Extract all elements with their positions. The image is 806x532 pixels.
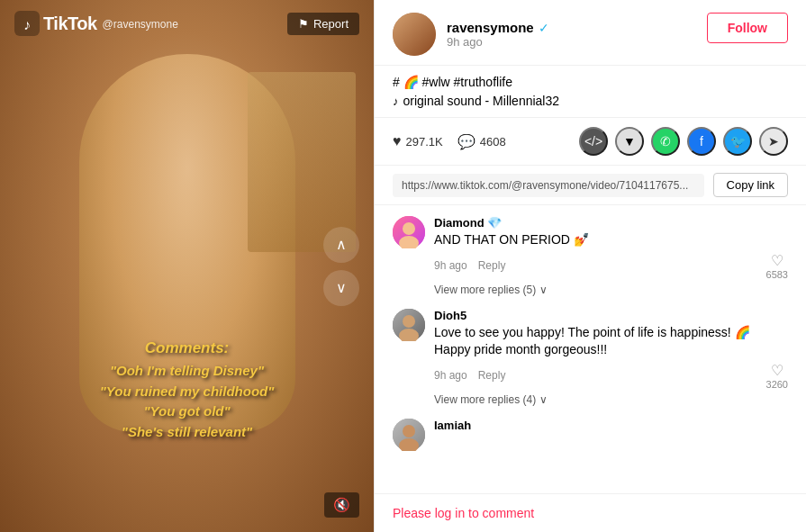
user-header: ravensymone ✓ 9h ago Follow [375, 0, 806, 66]
comment-like-diamond[interactable]: ♡ 6583 [766, 252, 788, 280]
view-replies-diamond[interactable]: View more replies (5) ∨ [434, 284, 548, 296]
svg-point-6 [403, 315, 415, 328]
comment-reply-diamond[interactable]: Reply [478, 259, 506, 272]
comment-meta-dioh5: 9h ago Reply ♡ 3260 [434, 362, 788, 390]
comments-stat: 💬 4608 [457, 133, 506, 150]
comment-body-dioh5: Dioh5 Love to see you happy! The point o… [434, 309, 788, 406]
header-username-container: @ravensymone [103, 16, 178, 31]
comment-stat-icon: 💬 [457, 133, 475, 150]
report-button[interactable]: ⚑ Report [287, 13, 359, 35]
share-link: https://www.tiktok.com/@ravensymone/vide… [393, 174, 704, 197]
embed-share-button[interactable]: </> [579, 127, 608, 156]
comments-section[interactable]: Diamond 💎 AND THAT ON PERIOD 💅 9h ago Re… [375, 205, 806, 493]
comment-body-iamiah: Iamiah [434, 419, 788, 451]
svg-point-9 [403, 425, 415, 437]
facebook-share-button[interactable]: f [687, 127, 716, 156]
login-prompt[interactable]: Please log in to comment [393, 506, 534, 520]
comments-overlay: Comments: "Ooh I'm telling Disney" "You … [18, 339, 356, 442]
iamiah-avatar-image [393, 419, 425, 451]
verified-badge: ✓ [539, 21, 549, 35]
comment-username-iamiah: Iamiah [434, 419, 788, 432]
more-share-button[interactable]: ➤ [759, 127, 788, 156]
copy-link-button[interactable]: Copy link [713, 173, 788, 197]
comment-line-1: "Ooh I'm telling Disney" [18, 361, 356, 382]
like-heart-diamond: ♡ [771, 252, 783, 269]
likes-stat: ♥ 297.1K [393, 133, 443, 149]
whatsapp-share-button[interactable]: ✆ [651, 127, 680, 156]
svg-text:♪: ♪ [23, 17, 31, 32]
tiktok-share-button[interactable]: ▼ [615, 127, 644, 156]
tiktok-icon: ♪ [14, 11, 40, 36]
username-row: ravensymone ✓ [447, 20, 549, 35]
view-replies-diamond-label: View more replies (5) [434, 284, 536, 296]
comment-item: Iamiah [393, 419, 788, 451]
view-replies-dioh5[interactable]: View more replies (4) ∨ [434, 393, 548, 406]
comment-body-diamond: Diamond 💎 AND THAT ON PERIOD 💅 9h ago Re… [434, 216, 788, 296]
user-meta: ravensymone ✓ 9h ago [447, 20, 549, 49]
comment-line-3: "You got old" [18, 401, 356, 422]
dioh5-avatar-image [393, 309, 425, 341]
chevron-down-icon-diamond: ∨ [539, 284, 548, 296]
comment-text-dioh5: Love to see you happy! The point of life… [434, 324, 788, 359]
comments-title: Comments: [18, 339, 356, 357]
right-panel: ravensymone ✓ 9h ago Follow # 🌈 #wlw #tr… [374, 0, 806, 532]
time-ago: 9h ago [447, 35, 549, 49]
username: ravensymone [447, 20, 534, 35]
comment-avatar-diamond [393, 216, 425, 248]
like-count-dioh5: 3260 [766, 379, 788, 390]
comment-time-dioh5: 9h ago [434, 369, 467, 382]
twitter-share-button[interactable]: 🐦 [723, 127, 752, 156]
diamond-avatar-image [393, 216, 425, 248]
tiktok-header: ♪ TikTok @ravensymone [14, 11, 178, 36]
tiktok-name: TikTok [43, 14, 97, 34]
avatar [393, 13, 436, 56]
comment-avatar-dioh5 [393, 309, 425, 341]
like-heart-dioh5: ♡ [771, 362, 783, 379]
comment-reply-dioh5[interactable]: Reply [478, 369, 506, 382]
staircase-decor [248, 72, 356, 252]
comment-username-dioh5: Dioh5 [434, 309, 788, 322]
view-replies-dioh5-label: View more replies (4) [434, 393, 536, 406]
comment-line-4: "She's still relevant" [18, 422, 356, 443]
comment-username-diamond: Diamond 💎 [434, 216, 788, 230]
comment-item: Diamond 💎 AND THAT ON PERIOD 💅 9h ago Re… [393, 216, 788, 296]
chevron-down-icon-dioh5: ∨ [539, 393, 548, 406]
heart-stat-icon: ♥ [393, 133, 402, 149]
flag-icon: ⚑ [298, 17, 309, 31]
report-label: Report [313, 17, 349, 31]
comment-like-dioh5[interactable]: ♡ 3260 [766, 362, 788, 390]
like-count-diamond: 6583 [766, 269, 788, 280]
comment-item: Dioh5 Love to see you happy! The point o… [393, 309, 788, 406]
comment-meta-diamond: 9h ago Reply ♡ 6583 [434, 252, 788, 280]
stats-row: ♥ 297.1K 💬 4608 </> ▼ ✆ f 🐦 ➤ [375, 118, 806, 166]
video-panel: ♪ TikTok @ravensymone ⚑ Report Comments:… [0, 0, 374, 532]
comments-count: 4608 [480, 135, 506, 149]
follow-button[interactable]: Follow [707, 13, 788, 43]
likes-count: 297.1K [406, 135, 443, 149]
share-icons: </> ▼ ✆ f 🐦 ➤ [579, 127, 788, 156]
svg-point-3 [403, 222, 415, 235]
link-row: https://www.tiktok.com/@ravensymone/vide… [375, 166, 806, 205]
comment-line-2: "You ruined my childhood" [18, 382, 356, 402]
nav-up-button[interactable]: ∧ [323, 227, 359, 263]
tags-row: # 🌈 #wlw #truthoflife [393, 75, 788, 89]
login-footer: Please log in to comment [375, 493, 806, 532]
tiktok-logo: ♪ TikTok [14, 11, 97, 36]
comments-lines: "Ooh I'm telling Disney" "You ruined my … [18, 361, 356, 442]
comment-avatar-iamiah [393, 419, 425, 451]
nav-down-button[interactable]: ∨ [323, 270, 359, 306]
nav-arrows: ∧ ∨ [323, 227, 359, 306]
comment-time-diamond: 9h ago [434, 259, 467, 272]
avatar-image [393, 13, 436, 56]
sound-name: original sound - Millennial32 [403, 94, 560, 108]
sound-row: ♪ original sound - Millennial32 [393, 94, 788, 108]
mute-button[interactable]: 🔇 [324, 492, 359, 518]
user-info: ravensymone ✓ 9h ago [393, 13, 549, 56]
content-info: # 🌈 #wlw #truthoflife ♪ original sound -… [375, 66, 806, 118]
header-username: @ravensymone [103, 18, 178, 31]
music-note-icon: ♪ [393, 95, 399, 108]
comment-text-diamond: AND THAT ON PERIOD 💅 [434, 231, 788, 249]
